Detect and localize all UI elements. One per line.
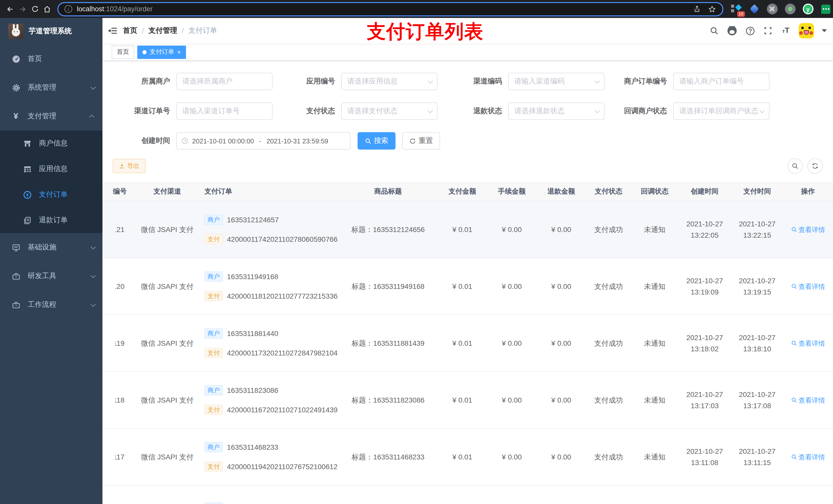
paid-time: 2021-10-2713:18:10	[739, 332, 776, 355]
pay-status: 支付成功	[586, 224, 632, 235]
navbar: 首页 / 支付管理 / 支付订单 支付订单列表 тT	[102, 18, 833, 44]
chevron-down-icon	[91, 302, 96, 307]
tab-pay-order[interactable]: 支付订单 ×	[137, 45, 186, 58]
app-select[interactable]: 请选择应用信息	[341, 73, 437, 90]
toggle-search-button[interactable]	[787, 158, 803, 174]
extension-chat-icon[interactable]	[820, 3, 831, 15]
tab-home[interactable]: 首页	[112, 45, 134, 58]
shop-icon	[23, 139, 32, 148]
pay-order-no: 4200001174202110278060590766	[227, 234, 338, 245]
date-range-input[interactable]: 2021-10-01 00:00:00 - 2021-10-31 23:59:5…	[176, 132, 351, 149]
sidebar-collapse-icon[interactable]	[102, 18, 123, 44]
extension-row: 10 ⌘ y	[731, 3, 833, 15]
bookmark-star-icon[interactable]	[708, 5, 716, 13]
sidebar-item-refund-order[interactable]: 退款订单	[0, 208, 102, 233]
page-title-annotation: 支付订单列表	[338, 19, 512, 45]
pay-order-no: 4200001181202110277723215336	[227, 291, 338, 302]
chevron-down-icon	[91, 244, 96, 249]
refund-status-select[interactable]: 请选择退款状态	[508, 102, 604, 120]
browser-home-icon[interactable]	[41, 3, 53, 15]
view-detail-link[interactable]: 查看详情	[791, 394, 825, 405]
pay-order-table: 编号 支付渠道 支付订单 商品标题 支付金额 手续金额 退款金额 支付状态 回调…	[102, 182, 833, 504]
pay-channel: 微信 JSAPI 支付	[137, 394, 197, 405]
view-detail-link[interactable]: 查看详情	[791, 224, 825, 235]
share-icon[interactable]	[693, 5, 701, 13]
pay-channel: 微信 JSAPI 支付	[137, 452, 197, 462]
merchant-tag: 商户	[205, 442, 223, 452]
filter-pay-status: 支付状态 请选择支付状态	[278, 102, 437, 120]
view-detail-link[interactable]: 查看详情	[791, 281, 825, 292]
merchant-tag: 商户	[205, 215, 223, 225]
browser-reload-icon[interactable]	[29, 3, 41, 15]
avatar[interactable]	[799, 23, 814, 39]
address-bar[interactable]: i localhost:1024/pay/order	[57, 2, 723, 16]
site-info-icon[interactable]: i	[65, 5, 72, 13]
browser-toolbar: i localhost:1024/pay/order 10 ⌘ y 更新	[0, 0, 833, 18]
breadcrumb: 首页 / 支付管理 / 支付订单	[123, 26, 217, 35]
breadcrumb-section[interactable]: 支付管理	[148, 26, 177, 35]
search-button[interactable]: 搜索	[358, 132, 396, 149]
sidebar-item-app-info[interactable]: 应用信息	[0, 156, 102, 182]
extension-dot-icon[interactable]	[784, 3, 795, 15]
table-row[interactable]: 119 微信 JSAPI 支付 商户1635311881440 支付420000…	[102, 315, 833, 372]
merchant-tag: 商户	[205, 271, 223, 282]
pay-amount: ¥ 0.01	[438, 394, 487, 405]
table-row[interactable]: 121 微信 JSAPI 支付 商户1635312124657 支付420000…	[102, 201, 833, 258]
sidebar-item-infrastructure[interactable]: 基础设施	[0, 233, 102, 262]
product-title: 标题：1635311949168	[338, 281, 438, 292]
pay-amount: ¥ 0.01	[438, 452, 487, 462]
sidebar-item-system[interactable]: 系统管理	[0, 73, 102, 102]
table-row[interactable]: 120 微信 JSAPI 支付 商户1635311949168 支付420000…	[102, 258, 833, 315]
sidebar-logo[interactable]: 芋道管理系统	[0, 18, 102, 45]
filter-channel-order-no: 渠道订单号 请输入渠道订单号	[113, 102, 272, 120]
order-id: 117	[115, 452, 124, 462]
yen-circle-icon: ¥	[23, 190, 32, 199]
github-icon[interactable]	[727, 26, 737, 36]
close-icon[interactable]: ×	[177, 49, 181, 55]
font-size-icon[interactable]: тT	[781, 26, 791, 36]
sidebar-item-dev-tools[interactable]: 研发工具	[0, 262, 102, 290]
extension-grid-icon[interactable]: 10	[731, 3, 742, 15]
table-row-partial[interactable]: 商户1635311054796	[102, 485, 833, 504]
filter-refund-status: 退款状态 请选择退款状态	[445, 102, 604, 120]
browser-forward-icon[interactable]	[16, 3, 29, 15]
merchant-order-no: 1635311468233	[227, 442, 278, 453]
merchant-input[interactable]: 请选择所属商户	[176, 73, 272, 90]
breadcrumb-home[interactable]: 首页	[123, 26, 137, 35]
refund-amount: ¥ 0.00	[537, 338, 586, 349]
avatar-caret-icon[interactable]	[822, 29, 827, 32]
pay-status: 支付成功	[586, 394, 632, 405]
sidebar-item-home[interactable]: 首页	[0, 45, 102, 73]
extension-command-icon[interactable]: ⌘	[766, 3, 778, 15]
view-detail-link[interactable]: 查看详情	[791, 452, 825, 462]
grid-icon	[23, 164, 32, 174]
refund-amount: ¥ 0.00	[537, 224, 586, 235]
pay-status-select[interactable]: 请选择支付状态	[341, 102, 437, 120]
extension-y-icon[interactable]: y	[802, 3, 813, 15]
reset-button[interactable]: 重置	[402, 132, 440, 149]
help-icon[interactable]	[745, 26, 755, 36]
merchant-tag: 商户	[205, 502, 223, 504]
merchant-order-no-input[interactable]: 请输入商户订单编号	[673, 73, 769, 90]
channel-order-no-input[interactable]: 请输入渠道订单号	[176, 102, 272, 120]
extension-kite-icon[interactable]	[748, 3, 760, 15]
product-title: 标题：1635311823086	[338, 394, 438, 405]
callback-status-select[interactable]: 请选择订单回调商户状态	[673, 102, 769, 120]
sidebar-item-merchant-info[interactable]: 商户信息	[0, 130, 102, 156]
header-search-icon[interactable]	[709, 26, 719, 36]
pay-status: 支付成功	[586, 452, 632, 462]
view-detail-link[interactable]: 查看详情	[791, 338, 825, 349]
channel-code-select[interactable]: 请输入渠道编码	[508, 73, 604, 90]
sidebar-item-workflow[interactable]: 工作流程	[0, 290, 102, 319]
table-row[interactable]: 117 微信 JSAPI 支付 商户1635311468233 支付420000…	[102, 429, 833, 485]
monitor-icon	[11, 243, 21, 252]
refund-amount: ¥ 0.00	[537, 394, 586, 405]
export-button[interactable]: 导出	[113, 159, 145, 173]
refresh-button[interactable]	[807, 158, 823, 174]
fullscreen-icon[interactable]	[763, 26, 773, 36]
sidebar-item-pay-order[interactable]: ¥ 支付订单	[0, 182, 102, 208]
sidebar-item-payment[interactable]: ¥ 支付管理	[0, 102, 102, 130]
browser-back-icon[interactable]	[4, 3, 16, 15]
fee-amount: ¥ 0.00	[487, 281, 537, 292]
table-row[interactable]: 118 微信 JSAPI 支付 商户1635311823086 支付420000…	[102, 372, 833, 429]
